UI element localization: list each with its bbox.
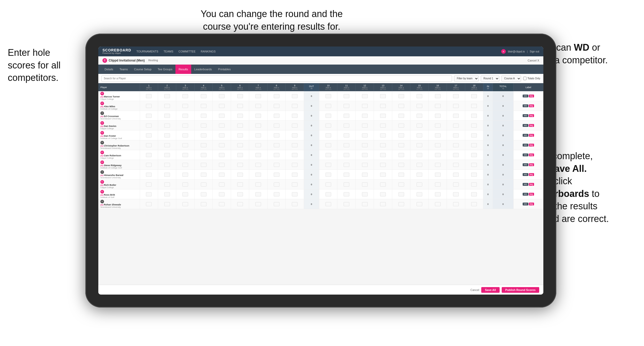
score-input-hole-17-player-6[interactable] [453, 153, 459, 157]
score-input-hole-14-player-4[interactable] [398, 133, 404, 137]
score-input-hole-17-player-5[interactable] [453, 143, 459, 147]
hole-16-score-8[interactable] [428, 170, 447, 180]
hole-12-score-8[interactable] [356, 170, 374, 180]
hole-2-score-3[interactable] [158, 121, 176, 130]
score-input-hole-18-player-2[interactable] [471, 114, 477, 118]
score-input-hole-15-player-3[interactable] [417, 124, 422, 128]
score-input-hole-18-player-4[interactable] [471, 133, 477, 137]
score-input-hole-10-player-0[interactable] [325, 94, 331, 98]
hole-12-score-2[interactable] [356, 111, 374, 121]
hole-4-score-1[interactable] [194, 101, 212, 111]
score-input-hole-6-player-1[interactable] [237, 104, 243, 108]
score-input-hole-16-player-3[interactable] [435, 124, 441, 128]
score-input-hole-11-player-11[interactable] [344, 202, 349, 206]
hole-15-score-1[interactable] [410, 101, 428, 111]
hole-1-score-10[interactable] [140, 189, 158, 199]
score-input-hole-10-player-8[interactable] [325, 173, 331, 177]
score-input-hole-11-player-0[interactable] [344, 94, 349, 98]
dq-button-4[interactable]: DQ [529, 134, 534, 137]
hole-11-score-10[interactable] [337, 189, 356, 199]
hole-13-score-3[interactable] [374, 121, 392, 130]
score-input-hole-11-player-8[interactable] [344, 173, 349, 177]
hole-2-score-7[interactable] [158, 160, 176, 170]
score-input-hole-16-player-4[interactable] [435, 133, 441, 137]
tab-printables[interactable]: Printables [215, 65, 234, 74]
score-input-hole-14-player-2[interactable] [398, 114, 404, 118]
score-input-hole-14-player-5[interactable] [398, 143, 404, 147]
hole-2-score-9[interactable] [158, 180, 176, 189]
score-input-hole-9-player-5[interactable] [292, 143, 298, 147]
hole-1-score-6[interactable] [140, 150, 158, 160]
hole-3-score-7[interactable] [176, 160, 194, 170]
hole-14-score-7[interactable] [392, 160, 410, 170]
score-input-hole-1-player-8[interactable] [146, 173, 152, 177]
score-input-hole-11-player-6[interactable] [344, 153, 349, 157]
score-input-hole-18-player-9[interactable] [471, 182, 477, 187]
totals-only-toggle[interactable]: Totals Only [523, 77, 540, 80]
wd-button-10[interactable]: WD [523, 193, 528, 196]
score-input-hole-5-player-5[interactable] [219, 143, 225, 147]
hole-6-score-9[interactable] [231, 180, 249, 189]
score-input-hole-13-player-7[interactable] [380, 163, 386, 167]
score-input-hole-10-player-11[interactable] [325, 202, 331, 206]
hole-10-score-3[interactable] [319, 121, 337, 130]
score-input-hole-15-player-1[interactable] [417, 104, 422, 108]
hole-17-score-9[interactable] [447, 180, 465, 189]
score-input-hole-5-player-7[interactable] [219, 163, 225, 167]
nav-link-teams[interactable]: TEAMS [164, 50, 173, 53]
score-input-hole-5-player-2[interactable] [219, 114, 225, 118]
hole-13-score-2[interactable] [374, 111, 392, 121]
score-input-hole-1-player-3[interactable] [146, 124, 152, 128]
wd-button-7[interactable]: WD [523, 163, 528, 166]
hole-2-score-2[interactable] [158, 111, 176, 121]
hole-18-score-2[interactable] [465, 111, 483, 121]
score-input-hole-9-player-0[interactable] [292, 94, 298, 98]
hole-1-score-0[interactable] [140, 91, 158, 101]
tab-results[interactable]: Results [175, 65, 191, 74]
save-all-button[interactable]: Save All [481, 287, 499, 293]
hole-11-score-2[interactable] [337, 111, 356, 121]
hole-9-score-9[interactable] [286, 180, 304, 189]
score-input-hole-14-player-6[interactable] [398, 153, 404, 157]
score-input-hole-2-player-0[interactable] [164, 94, 170, 98]
score-input-hole-16-player-5[interactable] [435, 143, 441, 147]
hole-16-score-1[interactable] [428, 101, 447, 111]
hole-13-score-5[interactable] [374, 140, 392, 150]
hole-3-score-0[interactable] [176, 91, 194, 101]
publish-button[interactable]: Publish Round Scores [502, 287, 539, 293]
score-input-hole-2-player-3[interactable] [164, 124, 170, 128]
hole-14-score-6[interactable] [392, 150, 410, 160]
hole-17-score-0[interactable] [447, 91, 465, 101]
score-input-hole-17-player-1[interactable] [453, 104, 459, 108]
hole-1-score-8[interactable] [140, 170, 158, 180]
hole-6-score-8[interactable] [231, 170, 249, 180]
hole-7-score-10[interactable] [249, 189, 267, 199]
hole-3-score-5[interactable] [176, 140, 194, 150]
hole-3-score-6[interactable] [176, 150, 194, 160]
wd-button-6[interactable]: WD [523, 153, 528, 156]
score-input-hole-3-player-0[interactable] [182, 94, 188, 98]
score-input-hole-18-player-11[interactable] [471, 202, 477, 206]
score-input-hole-5-player-6[interactable] [219, 153, 225, 157]
score-input-hole-3-player-7[interactable] [182, 163, 188, 167]
wd-button-5[interactable]: WD [523, 144, 528, 147]
score-input-hole-13-player-6[interactable] [380, 153, 386, 157]
score-input-hole-14-player-0[interactable] [398, 94, 404, 98]
score-input-hole-3-player-1[interactable] [182, 104, 188, 108]
score-input-hole-1-player-2[interactable] [146, 114, 152, 118]
hole-7-score-4[interactable] [249, 130, 267, 140]
hole-13-score-0[interactable] [374, 91, 392, 101]
score-input-hole-1-player-0[interactable] [146, 94, 152, 98]
score-input-hole-18-player-7[interactable] [471, 163, 477, 167]
hole-10-score-2[interactable] [319, 111, 337, 121]
score-input-hole-17-player-2[interactable] [453, 114, 459, 118]
hole-6-score-7[interactable] [231, 160, 249, 170]
hole-18-score-9[interactable] [465, 180, 483, 189]
score-input-hole-4-player-1[interactable] [201, 104, 206, 108]
score-input-hole-7-player-0[interactable] [255, 94, 261, 98]
score-input-hole-6-player-10[interactable] [237, 192, 243, 196]
hole-9-score-6[interactable] [286, 150, 304, 160]
score-input-hole-6-player-9[interactable] [237, 182, 243, 187]
hole-15-score-4[interactable] [410, 130, 428, 140]
hole-8-score-6[interactable] [267, 150, 285, 160]
